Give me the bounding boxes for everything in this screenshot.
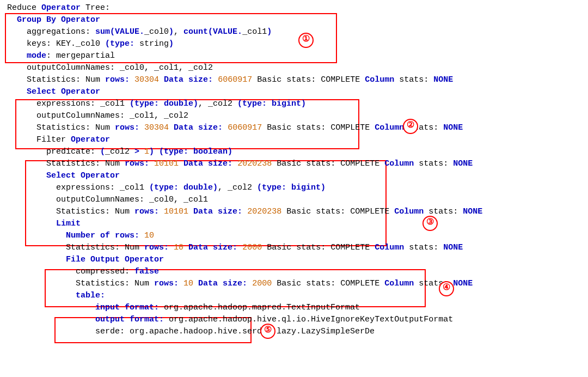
circled-number-5: ⑤ — [260, 324, 275, 339]
annotation-box-4 — [45, 269, 426, 307]
line-stats-4: Statistics: Num rows: 10101 Data size: 2… — [2, 206, 588, 218]
line-limit-rows: Number of rows: 10 — [2, 230, 588, 242]
line-output-columns-2: outputColumnNames: _col1, _col2 — [2, 110, 588, 122]
line-stats-2: Statistics: Num rows: 30304 Data size: 6… — [2, 122, 588, 134]
annotation-box-2 — [15, 99, 359, 149]
line-table: table: — [2, 290, 588, 302]
line-aggregations: aggregations: sum(VALUE._col0), count(VA… — [2, 26, 588, 38]
line-select-operator-1: Select Operator — [2, 86, 588, 98]
line-output-columns-1: outputColumnNames: _col0, _col1, _col2 — [2, 62, 588, 74]
circled-number-4: ④ — [439, 281, 454, 296]
line-expressions-1: expressions: _col1 (type: double), _col2… — [2, 98, 588, 110]
line-stats-5: Statistics: Num rows: 10 Data size: 2000… — [2, 242, 588, 254]
circled-number-1: ① — [298, 33, 314, 48]
line-input-format: input format: org.apache.hadoop.mapred.T… — [2, 302, 588, 314]
line-serde: serde: org.apache.hadoop.hive.serde2.laz… — [2, 326, 588, 338]
annotation-box-1 — [5, 13, 337, 63]
line-select-operator-2: Select Operator — [2, 170, 588, 182]
line-mode: mode: mergepartial — [2, 50, 588, 62]
line-output-format: output format: org.apache.hadoop.hive.ql… — [2, 314, 588, 326]
line-output-columns-3: outputColumnNames: _col0, _col1 — [2, 194, 588, 206]
annotation-box-5 — [54, 317, 252, 343]
circled-number-2: ② — [403, 119, 418, 134]
line-limit-operator: Limit — [2, 218, 588, 230]
line-file-output-operator: File Output Operator — [2, 254, 588, 266]
line-reduce-header: Reduce Operator Tree: — [2, 2, 588, 14]
line-filter-operator: Filter Operator — [2, 134, 588, 146]
line-stats-6: Statistics: Num rows: 10 Data size: 2000… — [2, 278, 588, 290]
query-plan-text: ① ② ③ ④ ⑤ Reduce Operator Tree: Group By… — [0, 0, 588, 377]
line-group-by-operator: Group By Operator — [2, 14, 588, 26]
line-expressions-2: expressions: _col1 (type: double), _col2… — [2, 182, 588, 194]
line-keys: keys: KEY._col0 (type: string) — [2, 38, 588, 50]
line-stats-1: Statistics: Num rows: 30304 Data size: 6… — [2, 74, 588, 86]
line-predicate: predicate: (_col2 > 1) (type: boolean) — [2, 146, 588, 158]
line-compressed: compressed: false — [2, 266, 588, 278]
line-stats-3: Statistics: Num rows: 10101 Data size: 2… — [2, 158, 588, 170]
circled-number-3: ③ — [422, 216, 438, 231]
annotation-box-3 — [25, 160, 387, 246]
